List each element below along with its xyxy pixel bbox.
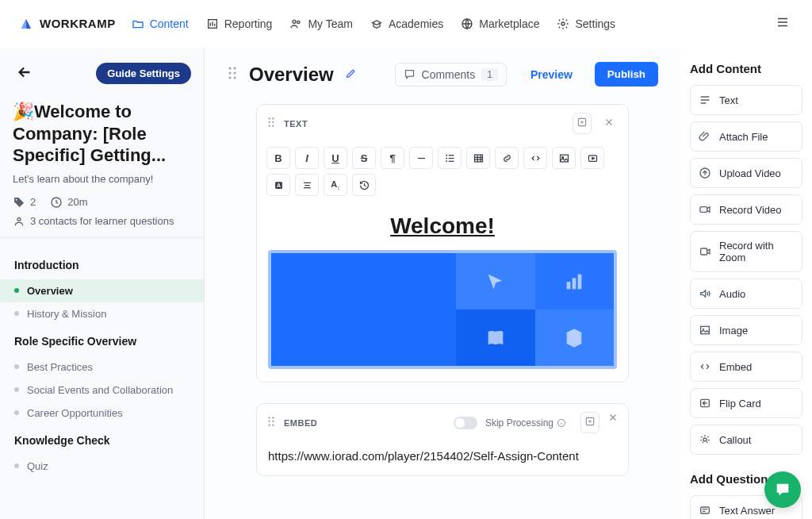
paragraph-button[interactable]: ¶	[381, 147, 404, 169]
drag-handle[interactable]	[227, 66, 238, 83]
add-content-list: TextAttach FileUpload VideoRecord VideoR…	[690, 85, 802, 455]
add-item-embed[interactable]: Embed	[690, 352, 802, 382]
chat-widget-button[interactable]	[764, 471, 801, 508]
status-dot	[14, 288, 19, 293]
arrow-left-icon	[16, 63, 33, 81]
section-item-label: Overview	[27, 285, 73, 297]
close-block-button[interactable]	[599, 113, 619, 134]
add-item-image[interactable]: Image	[690, 315, 802, 345]
skip-processing-toggle[interactable]	[454, 417, 477, 429]
team-icon	[289, 17, 302, 30]
strikethrough-button[interactable]: S	[352, 147, 376, 169]
tags-meta: 2	[13, 196, 36, 209]
guide-title: 🎉Welcome to Company: [Role Specific] Get…	[13, 101, 191, 167]
image-button[interactable]	[552, 147, 576, 169]
link-button[interactable]	[495, 147, 519, 169]
reporting-icon	[206, 17, 219, 30]
text-color-button[interactable]: A	[266, 174, 290, 196]
flip-card-icon	[699, 397, 711, 409]
text-content-body[interactable]: Welcome!	[257, 204, 628, 382]
edit-title-button[interactable]	[345, 67, 357, 82]
add-item-label: Attach File	[719, 131, 768, 143]
add-item-callout[interactable]: Callout	[690, 425, 802, 455]
section-item[interactable]: Overview	[0, 279, 204, 302]
person-icon	[13, 215, 25, 228]
add-item-record-video[interactable]: Record Video	[690, 194, 802, 225]
close-block-button[interactable]	[607, 412, 619, 433]
section-item[interactable]: Career Opportunities	[0, 402, 204, 425]
svg-marker-1	[21, 19, 26, 29]
left-sidebar: Guide Settings 🎉Welcome to Company: [Rol…	[0, 48, 205, 519]
preview-button[interactable]: Preview	[530, 68, 573, 81]
section-item-label: Best Practices	[27, 361, 93, 373]
add-item-label: Upload Video	[719, 167, 781, 179]
svg-point-24	[446, 157, 447, 159]
section-item[interactable]: Social Events and Collaboration	[0, 379, 204, 402]
underline-button[interactable]: U	[324, 147, 347, 169]
guide-subtitle: Let's learn about the company!	[13, 173, 191, 185]
add-item-upload-video[interactable]: Upload Video	[690, 158, 802, 188]
embed-type-label: EMBED	[284, 418, 446, 428]
add-item-text[interactable]: Text	[690, 85, 802, 115]
history-button[interactable]	[352, 174, 376, 196]
svg-point-43	[272, 425, 274, 426]
brand-logo[interactable]: WORKRAMP	[19, 17, 116, 31]
video-button[interactable]	[580, 147, 604, 169]
svg-point-9	[17, 217, 21, 221]
font-size-button[interactable]: A↕	[324, 174, 347, 196]
nav-reporting[interactable]: Reporting	[206, 17, 273, 30]
block-drag-handle[interactable]	[266, 416, 276, 429]
add-block-button[interactable]	[573, 113, 592, 134]
bold-button[interactable]: B	[266, 147, 290, 169]
skip-processing-label: Skip Processing	[485, 417, 566, 429]
text-toolbar: B I U S ¶ A A↕	[257, 142, 628, 204]
section-item[interactable]: Best Practices	[0, 356, 204, 379]
svg-rect-28	[448, 160, 454, 161]
nav-marketplace[interactable]: Marketplace	[461, 17, 539, 30]
section-item[interactable]: Quiz	[0, 455, 204, 478]
add-block-button[interactable]	[580, 412, 599, 433]
add-item-label: Image	[719, 325, 748, 336]
guide-settings-button[interactable]: Guide Settings	[96, 63, 191, 84]
nav-marketplace-label: Marketplace	[479, 17, 539, 30]
section-item[interactable]: History & Mission	[0, 302, 204, 325]
add-item-flip-card[interactable]: Flip Card	[690, 388, 802, 418]
editor-area: Overview Comments 1 Preview Publish TEXT	[205, 48, 680, 519]
svg-point-7	[16, 198, 17, 200]
embed-url-field[interactable]: https://www.iorad.com/player/2154402/Sel…	[257, 441, 628, 475]
nav-academies[interactable]: Academies	[370, 17, 443, 30]
nav-items: Content Reporting My Team Academies Mark…	[132, 17, 772, 30]
pencil-icon	[345, 67, 357, 79]
svg-rect-36	[573, 278, 576, 289]
duration-meta: 20m	[50, 196, 87, 209]
contacts-row[interactable]: 3 contacts for learner questions	[13, 215, 191, 228]
svg-point-12	[229, 72, 232, 75]
code-button[interactable]	[523, 147, 547, 169]
svg-point-4	[297, 21, 300, 23]
info-icon[interactable]	[557, 418, 566, 428]
nav-myteam[interactable]: My Team	[289, 17, 353, 30]
add-item-record-with-zoom[interactable]: Record with Zoom	[690, 231, 802, 272]
nav-content[interactable]: Content	[132, 17, 189, 30]
nav-myteam-label: My Team	[308, 17, 353, 30]
publish-button[interactable]: Publish	[595, 62, 658, 86]
divider-button[interactable]	[409, 147, 433, 169]
comments-button[interactable]: Comments 1	[395, 63, 507, 86]
add-content-heading: Add Content	[690, 62, 802, 75]
block-drag-handle[interactable]	[266, 117, 276, 130]
bullet-list-button[interactable]	[438, 147, 462, 169]
menu-button[interactable]	[772, 12, 793, 35]
svg-point-13	[234, 72, 236, 75]
align-button[interactable]	[295, 174, 319, 196]
top-nav: WORKRAMP Content Reporting My Team Acade…	[0, 0, 812, 48]
table-button[interactable]	[466, 147, 490, 169]
add-item-audio[interactable]: Audio	[690, 279, 802, 309]
nav-settings[interactable]: Settings	[557, 17, 615, 30]
svg-rect-53	[701, 507, 710, 513]
svg-rect-37	[578, 274, 582, 289]
italic-button[interactable]: I	[295, 147, 319, 169]
add-item-attach-file[interactable]: Attach File	[690, 121, 802, 152]
academies-icon	[370, 17, 383, 30]
book-icon	[485, 327, 507, 349]
back-button[interactable]	[13, 60, 36, 86]
